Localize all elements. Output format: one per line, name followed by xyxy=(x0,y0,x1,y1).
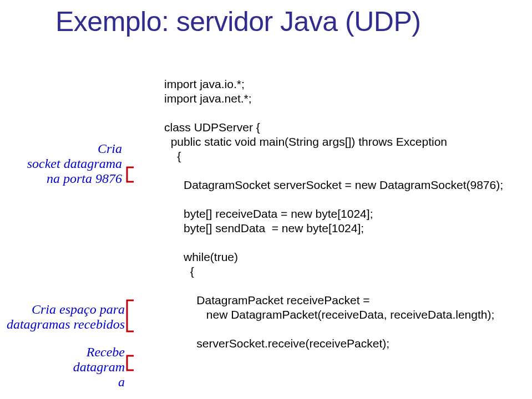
annotation-line: Cria espaço para xyxy=(0,302,125,317)
bracket-icon xyxy=(125,355,135,371)
annotation-line: a xyxy=(6,375,125,390)
code-line: public static void main(String args[]) t… xyxy=(164,135,447,149)
code-line: { xyxy=(164,150,181,163)
annotation-line: datagram xyxy=(6,360,125,375)
code-line: while(true) xyxy=(164,250,238,264)
slide-title: Exemplo: servidor Java (UDP) xyxy=(55,6,420,38)
annotation-create-space: Cria espaço para datagramas recebidos xyxy=(0,302,125,332)
annotation-receive: Recebe datagram a xyxy=(6,345,125,390)
slide: Exemplo: servidor Java (UDP) Cria socket… xyxy=(0,0,532,399)
annotation-socket: Cria socket datagrama na porta 9876 xyxy=(0,141,122,186)
code-line: new DatagramPacket(receiveData, receiveD… xyxy=(164,308,494,321)
code-line: class UDPServer { xyxy=(164,121,260,134)
code-line: DatagramPacket receivePacket = xyxy=(164,294,370,307)
code-line: byte[] receiveData = new byte[1024]; xyxy=(164,207,373,221)
bracket-icon xyxy=(125,299,135,332)
code-line: { xyxy=(164,265,194,278)
code-line: byte[] sendData = new byte[1024]; xyxy=(164,222,364,235)
code-line: DatagramSocket serverSocket = new Datagr… xyxy=(164,178,503,192)
annotation-line: Cria xyxy=(0,141,122,156)
code-line: import java.io.*; xyxy=(164,78,245,91)
annotation-line: na porta 9876 xyxy=(0,171,122,186)
code-line: import java.net.*; xyxy=(164,92,252,105)
bracket-icon xyxy=(125,166,135,183)
annotation-line: Recebe xyxy=(6,345,125,360)
code-line: serverSocket.receive(receivePacket); xyxy=(164,337,389,350)
annotation-line: datagramas recebidos xyxy=(0,317,125,332)
annotation-line: socket datagrama xyxy=(0,156,122,171)
